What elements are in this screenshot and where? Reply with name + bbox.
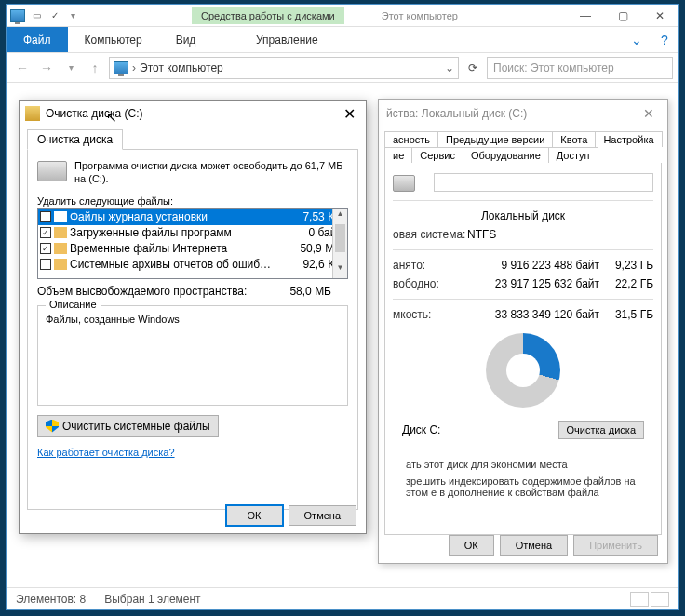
total-freed-value: 58,0 МБ bbox=[289, 285, 331, 298]
qat-dropdown-icon[interactable]: ▾ bbox=[66, 8, 79, 23]
address-chevron: › bbox=[132, 61, 136, 74]
usage-donut-chart bbox=[486, 333, 560, 408]
pc-icon bbox=[114, 61, 128, 74]
file-icon bbox=[54, 211, 67, 222]
file-icon bbox=[54, 243, 67, 254]
file-name: Файлы журнала установки bbox=[70, 210, 287, 223]
cleanup-intro-text: Программа очистки диска может освободить… bbox=[74, 159, 348, 186]
scroll-up-icon[interactable]: ▲ bbox=[333, 209, 347, 224]
file-name: Загруженные файлы программ bbox=[70, 226, 287, 239]
properties-dialog: йства: Локальный диск (C:) ✕ асностьПред… bbox=[378, 99, 668, 564]
system-menu-icon[interactable] bbox=[10, 8, 25, 23]
props-ok-button[interactable]: ОК bbox=[449, 535, 494, 556]
file-checkbox[interactable] bbox=[40, 259, 51, 270]
file-list[interactable]: Файлы журнала установки7,53 КБ✓Загруженн… bbox=[37, 208, 348, 279]
scroll-down-icon[interactable]: ▼ bbox=[333, 263, 347, 278]
file-name: Системные архивы отчетов об ошиб… bbox=[70, 258, 287, 271]
tab-manage[interactable]: Управление bbox=[212, 27, 361, 52]
cleanup-title-bar: Очистка диска (C:) ✕ bbox=[20, 101, 366, 126]
props-tab[interactable]: Настройка bbox=[595, 131, 662, 147]
cap-label: мкость: bbox=[393, 308, 467, 321]
tab-view[interactable]: Вид bbox=[159, 27, 213, 52]
props-tab[interactable]: ие bbox=[384, 147, 412, 163]
file-list-row[interactable]: ✓Временные файлы Интернета50,9 МБ bbox=[38, 241, 347, 257]
scroll-thumb[interactable] bbox=[335, 224, 345, 252]
props-tab[interactable]: Предыдущие версии bbox=[437, 131, 553, 147]
cleanup-icon bbox=[25, 106, 40, 121]
view-details-icon[interactable] bbox=[630, 592, 649, 607]
disk-cleanup-button[interactable]: Очистка диска bbox=[558, 421, 644, 439]
props-cancel-button[interactable]: Отмена bbox=[500, 535, 568, 556]
properties-title: йства: Локальный диск (C:) bbox=[386, 107, 638, 120]
file-list-row[interactable]: ✓Загруженные файлы программ0 байт bbox=[38, 225, 347, 241]
cap-gb: 31,5 ГБ bbox=[607, 308, 653, 321]
used-bytes: 9 916 223 488 байт bbox=[467, 259, 607, 272]
nav-recent-icon[interactable]: ▾ bbox=[60, 58, 81, 78]
title-bar: ▭ ✓ ▾ Средства работы с дисками Этот ком… bbox=[7, 5, 678, 27]
file-checkbox[interactable] bbox=[40, 211, 51, 222]
used-label: анято: bbox=[393, 259, 467, 272]
view-large-icon[interactable] bbox=[651, 592, 669, 607]
props-tab[interactable]: Оборудование bbox=[463, 147, 549, 163]
props-tab[interactable]: Доступ bbox=[548, 147, 598, 163]
window-title: Этот компьютер bbox=[382, 10, 458, 21]
fs-label: овая система: bbox=[393, 228, 467, 241]
description-legend: Описание bbox=[46, 299, 101, 310]
disk-c-label: Диск C: bbox=[402, 423, 440, 436]
free-gb: 22,2 ГБ bbox=[607, 277, 653, 290]
address-text: Этот компьютер bbox=[140, 61, 441, 74]
maximize-button[interactable]: ▢ bbox=[604, 5, 641, 27]
status-selected: Выбран 1 элемент bbox=[104, 593, 200, 606]
file-list-row[interactable]: Системные архивы отчетов об ошиб…92,6 КБ bbox=[38, 257, 347, 273]
file-checkbox[interactable]: ✓ bbox=[40, 243, 51, 254]
qat-new-folder-icon[interactable]: ✓ bbox=[47, 8, 62, 23]
nav-back-icon[interactable]: ← bbox=[12, 58, 33, 78]
disk-cleanup-dialog: Очистка диска (C:) ✕ Очистка диска Прогр… bbox=[19, 100, 367, 534]
drive-icon bbox=[37, 161, 67, 181]
ribbon-tabs: Файл Компьютер Вид Управление ⌄ ? bbox=[7, 27, 678, 53]
cleanup-cancel-button[interactable]: Отмена bbox=[289, 505, 356, 526]
volume-name-input[interactable] bbox=[434, 173, 653, 192]
delete-files-label: Удалить следующие файлы: bbox=[37, 195, 348, 207]
address-bar-row: ← → ▾ ↑ › Этот компьютер ⌄ ⟳ Поиск: Этот… bbox=[7, 53, 678, 83]
file-list-row[interactable]: Файлы журнала установки7,53 КБ bbox=[38, 209, 347, 225]
status-bar: Элементов: 8 Выбран 1 элемент bbox=[7, 587, 678, 609]
nav-up-icon[interactable]: ↑ bbox=[85, 58, 105, 78]
help-icon[interactable]: ? bbox=[651, 27, 678, 52]
refresh-icon[interactable]: ⟳ bbox=[463, 58, 483, 78]
file-list-scrollbar[interactable]: ▲ ▼ bbox=[332, 209, 347, 278]
file-icon bbox=[54, 227, 67, 238]
how-it-works-link[interactable]: Как работает очистка диска? bbox=[37, 447, 175, 458]
search-input[interactable]: Поиск: Этот компьютер bbox=[487, 57, 673, 79]
cleanup-close-button[interactable]: ✕ bbox=[338, 105, 360, 123]
ribbon-expand-icon[interactable]: ⌄ bbox=[623, 27, 651, 52]
free-label: вободно: bbox=[393, 277, 467, 290]
nav-forward-icon[interactable]: → bbox=[36, 58, 57, 78]
file-name: Временные файлы Интернета bbox=[70, 242, 287, 255]
props-tab[interactable]: асность bbox=[384, 131, 438, 147]
search-placeholder: Поиск: Этот компьютер bbox=[493, 61, 614, 74]
properties-close-button[interactable]: ✕ bbox=[638, 102, 660, 125]
compress-checkbox-label[interactable]: ать этот диск для экономии места bbox=[393, 455, 653, 472]
cleanup-tab[interactable]: Очистка диска bbox=[27, 129, 123, 150]
index-checkbox-label[interactable]: зрешить индексировать содержимое файлов … bbox=[393, 472, 653, 500]
clean-system-files-label: Очистить системные файлы bbox=[62, 420, 210, 433]
qat-properties-icon[interactable]: ▭ bbox=[29, 8, 44, 23]
cleanup-ok-button[interactable]: ОК bbox=[226, 505, 283, 526]
tab-computer[interactable]: Компьютер bbox=[68, 27, 159, 52]
props-tab[interactable]: Сервис bbox=[411, 147, 463, 163]
props-apply-button[interactable]: Применить bbox=[573, 535, 658, 556]
close-button[interactable]: ✕ bbox=[641, 5, 678, 27]
address-dropdown-icon[interactable]: ⌄ bbox=[445, 61, 454, 74]
drive-icon bbox=[393, 175, 415, 192]
clean-system-files-button[interactable]: Очистить системные файлы bbox=[37, 415, 219, 437]
file-icon bbox=[54, 259, 67, 270]
description-text: Файлы, созданные Windows bbox=[46, 314, 340, 325]
cleanup-title: Очистка диска (C:) bbox=[46, 107, 338, 120]
file-checkbox[interactable]: ✓ bbox=[40, 227, 51, 238]
props-tab[interactable]: Квота bbox=[552, 131, 596, 147]
tab-file[interactable]: Файл bbox=[7, 27, 68, 52]
address-bar[interactable]: › Этот компьютер ⌄ bbox=[109, 57, 459, 79]
uac-shield-icon bbox=[46, 420, 59, 433]
minimize-button[interactable]: — bbox=[567, 5, 604, 27]
